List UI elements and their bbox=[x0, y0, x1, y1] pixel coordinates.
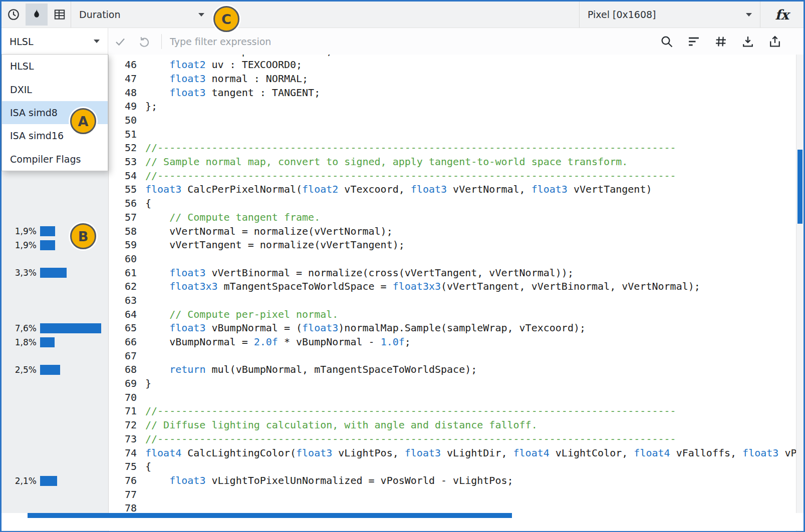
code-line-62[interactable]: 62 float3x3 mTangentSpaceToWorldSpace = … bbox=[109, 280, 796, 294]
download-button[interactable] bbox=[734, 31, 761, 53]
code-line-63[interactable]: 63 bbox=[109, 294, 796, 308]
hotspots-flame-button[interactable] bbox=[26, 4, 48, 26]
code-line-76[interactable]: 76 float3 vLightToPixelUnNormalized = vP… bbox=[109, 474, 796, 488]
profile-row-empty bbox=[2, 432, 108, 446]
profile-row-empty bbox=[2, 252, 108, 266]
code-line-77[interactable]: 77 bbox=[109, 488, 796, 502]
profile-bar bbox=[40, 476, 57, 486]
code-line-50[interactable]: 50 bbox=[109, 114, 796, 128]
profile-bar bbox=[40, 226, 55, 236]
duration-dropdown[interactable]: Duration bbox=[71, 2, 212, 28]
profile-row-76: 2,1% bbox=[2, 474, 108, 488]
code-line-51[interactable]: 51 bbox=[109, 128, 796, 142]
profile-percent: 1,8% bbox=[2, 337, 37, 347]
line-number: 66 bbox=[109, 335, 137, 349]
code-text: // Compute per-pixel normal. bbox=[145, 308, 338, 322]
line-number: 58 bbox=[109, 225, 137, 239]
code-line-61[interactable]: 61 float3 vVertBinormal = normalize(cros… bbox=[109, 266, 796, 280]
export-button[interactable] bbox=[761, 31, 788, 53]
code-line-65[interactable]: 65 float3 vBumpNormal = (float3)normalMa… bbox=[109, 321, 796, 335]
code-line-52[interactable]: 52//------------------------------------… bbox=[109, 141, 796, 155]
code-line-49[interactable]: 49}; bbox=[109, 100, 796, 114]
code-text: //--------------------------------------… bbox=[145, 141, 676, 155]
annotation-badge-b: B bbox=[70, 223, 96, 249]
search-button[interactable] bbox=[653, 31, 680, 53]
fx-function-icon[interactable]: fx bbox=[760, 7, 803, 23]
duration-dropdown-label: Duration bbox=[79, 9, 121, 20]
vertical-scrollbar[interactable] bbox=[796, 55, 803, 531]
dropdown-item-hlsl[interactable]: HLSL bbox=[2, 55, 108, 78]
reset-filter-button[interactable] bbox=[132, 31, 156, 53]
language-dropdown[interactable]: HLSL bbox=[2, 28, 108, 55]
horizontal-scrollbar-thumb[interactable] bbox=[28, 513, 512, 518]
code-line-60[interactable]: 60 bbox=[109, 252, 796, 266]
code-line-72[interactable]: 72// Diffuse lighting calculation, with … bbox=[109, 418, 796, 432]
code-line-56[interactable]: 56{ bbox=[109, 197, 796, 211]
code-line-74[interactable]: 74float4 CalcLightingColor(float3 vLight… bbox=[109, 446, 796, 460]
code-text: float4 CalcLightingColor(float3 vLightPo… bbox=[145, 446, 796, 460]
line-number: 73 bbox=[109, 432, 137, 446]
code-line-48[interactable]: 48 float3 tangent : TANGENT; bbox=[109, 86, 796, 100]
profile-percent: 1,9% bbox=[2, 240, 37, 250]
code-line-54[interactable]: 54//------------------------------------… bbox=[109, 169, 796, 183]
code-line-55[interactable]: 55float3 CalcPerPixelNormal(float2 vTexc… bbox=[109, 183, 796, 197]
line-number: 52 bbox=[109, 141, 137, 155]
code-line-68[interactable]: 68 return mul(vBumpNormal, mTangentSpace… bbox=[109, 363, 796, 377]
code-text: // Sample normal map, convert to signed,… bbox=[145, 155, 628, 169]
source-code-panel[interactable]: 45 float4 worldpos : POSITION;46 float2 … bbox=[109, 55, 796, 531]
code-text: vVertNormal = normalize(vVertNormal); bbox=[145, 225, 393, 239]
duration-clock-button[interactable] bbox=[3, 4, 25, 26]
profile-percent: 2,5% bbox=[2, 365, 37, 375]
profile-row-empty bbox=[2, 280, 108, 294]
code-line-73[interactable]: 73//------------------------------------… bbox=[109, 432, 796, 446]
code-line-45[interactable]: 45 float4 worldpos : POSITION; bbox=[109, 55, 796, 58]
code-line-57[interactable]: 57 // Compute tangent frame. bbox=[109, 211, 796, 225]
code-line-59[interactable]: 59 vVertTangent = normalize(vVertTangent… bbox=[109, 238, 796, 252]
code-line-71[interactable]: 71//------------------------------------… bbox=[109, 404, 796, 418]
search-icon bbox=[660, 35, 674, 49]
line-numbers-button[interactable] bbox=[707, 31, 734, 53]
code-line-75[interactable]: 75{ bbox=[109, 460, 796, 474]
metrics-table-icon bbox=[53, 8, 66, 21]
line-number: 53 bbox=[109, 155, 137, 169]
sort-lines-button[interactable] bbox=[680, 31, 707, 53]
profile-row-66: 1,8% bbox=[2, 335, 108, 349]
check-icon bbox=[114, 36, 126, 48]
line-number: 74 bbox=[109, 446, 137, 460]
code-line-53[interactable]: 53// Sample normal map, convert to signe… bbox=[109, 155, 796, 169]
clock-icon bbox=[7, 8, 20, 21]
line-number: 68 bbox=[109, 363, 137, 377]
shader-stage-dropdown[interactable]: Pixel [0x1608] bbox=[580, 2, 760, 28]
code-text: // Compute tangent frame. bbox=[145, 211, 320, 225]
shader-profiler-window: Duration Pixel [0x1608] fx HLSL bbox=[0, 0, 805, 532]
line-number: 48 bbox=[109, 86, 137, 100]
line-number: 56 bbox=[109, 197, 137, 211]
dropdown-item-compiler-flags[interactable]: Compiler Flags bbox=[2, 148, 108, 171]
apply-filter-button[interactable] bbox=[108, 31, 132, 53]
vertical-scrollbar-thumb[interactable] bbox=[797, 150, 802, 224]
code-line-46[interactable]: 46 float2 uv : TEXCOORD0; bbox=[109, 58, 796, 72]
code-line-70[interactable]: 70 bbox=[109, 391, 796, 405]
code-line-69[interactable]: 69} bbox=[109, 377, 796, 391]
export-icon bbox=[768, 35, 782, 49]
line-number: 77 bbox=[109, 488, 137, 502]
profile-bar bbox=[40, 323, 101, 333]
code-text: vBumpNormal = 2.0f * vBumpNormal - 1.0f; bbox=[145, 335, 411, 349]
chevron-down-icon bbox=[746, 13, 752, 17]
profile-row-empty bbox=[2, 349, 108, 363]
profile-row-empty bbox=[2, 446, 108, 460]
metrics-table-button[interactable] bbox=[49, 4, 71, 26]
code-line-67[interactable]: 67 bbox=[109, 349, 796, 363]
line-number: 76 bbox=[109, 474, 137, 488]
filter-expression-input[interactable] bbox=[167, 28, 653, 55]
profile-row-empty bbox=[2, 211, 108, 225]
profile-bar bbox=[40, 268, 67, 278]
code-view: 1,9%1,9%3,3%7,6%1,8%2,5%2,1% 45 float4 w… bbox=[2, 55, 803, 531]
code-line-58[interactable]: 58 vVertNormal = normalize(vVertNormal); bbox=[109, 225, 796, 239]
code-line-64[interactable]: 64 // Compute per-pixel normal. bbox=[109, 308, 796, 322]
code-line-47[interactable]: 47 float3 normal : NORMAL; bbox=[109, 72, 796, 86]
line-number: 51 bbox=[109, 128, 137, 142]
code-line-66[interactable]: 66 vBumpNormal = 2.0f * vBumpNormal - 1.… bbox=[109, 335, 796, 349]
profile-row-68: 2,5% bbox=[2, 363, 108, 377]
dropdown-item-dxil[interactable]: DXIL bbox=[2, 78, 108, 101]
